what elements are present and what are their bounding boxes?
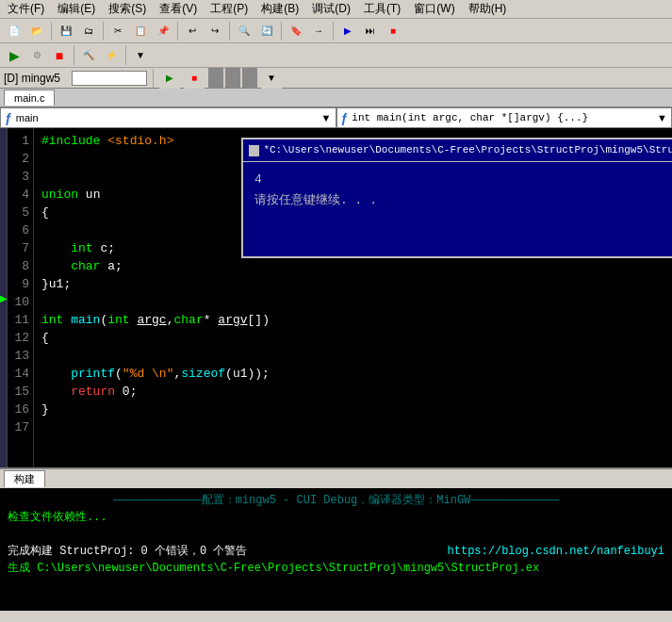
sep6 bbox=[333, 22, 334, 41]
compile-button[interactable]: ⚙ bbox=[26, 45, 47, 66]
build2-button[interactable]: 🔨 bbox=[78, 45, 99, 66]
save-all-button[interactable]: 🗂 bbox=[78, 21, 99, 41]
project-input[interactable] bbox=[72, 71, 147, 86]
project-label: [D] mingw5 bbox=[4, 72, 60, 85]
tab-bar: main.c bbox=[0, 89, 672, 107]
console-output-number: 4 bbox=[254, 170, 671, 190]
toolbar-row2: ▶ ⚙ ■ 🔨 ⚡ ▼ bbox=[0, 43, 672, 68]
paste-button[interactable]: 📌 bbox=[153, 21, 173, 41]
redo-button[interactable]: ↪ bbox=[205, 21, 225, 41]
signature-label: int main(int argc, char *[]argv) {...} bbox=[352, 112, 588, 123]
dropdown-arrow: ▼ bbox=[321, 112, 332, 123]
tab-build[interactable]: 构建 bbox=[4, 470, 45, 487]
search-button[interactable]: 🔍 bbox=[234, 21, 254, 41]
debug1-button[interactable] bbox=[208, 68, 223, 89]
debug-step-button[interactable]: ⏭ bbox=[360, 21, 381, 41]
debug-stop-button[interactable]: ■ bbox=[383, 21, 403, 41]
build-line3: 完成构建 StructProj: 0 个错误，0 个警告 bbox=[8, 543, 247, 560]
console-prompt: 请按任意键继续. . . bbox=[254, 190, 671, 211]
func-bar: ƒ main ▼ ƒ int main(int argc, char *[]ar… bbox=[0, 107, 672, 128]
build-watermark: https://blog.csdn.net/nanfeibuyi bbox=[448, 543, 664, 560]
bottom-tab-bar: 构建 bbox=[0, 469, 672, 488]
build-separator: ─────────────配置：mingw5 - CUI Debug，编译器类型… bbox=[8, 492, 664, 509]
undo-button[interactable]: ↩ bbox=[182, 21, 203, 41]
scope-label: main bbox=[16, 112, 39, 123]
menu-build[interactable]: 构建(B) bbox=[255, 0, 304, 19]
signature-dropdown[interactable]: ƒ int main(int argc, char *[]argv) {...}… bbox=[336, 107, 673, 128]
arrow-down-button[interactable]: ▼ bbox=[261, 68, 282, 89]
scope-dropdown[interactable]: ƒ main ▼ bbox=[0, 107, 336, 128]
extra1-button[interactable]: ▼ bbox=[130, 45, 151, 66]
console-title-text: *C:\Users\newuser\Documents\C-Free\Proje… bbox=[263, 141, 672, 159]
console-content: 4 请按任意键继续. . . bbox=[243, 162, 672, 256]
sep2 bbox=[103, 22, 104, 41]
stop-run-button[interactable]: ■ bbox=[49, 45, 70, 66]
cut-button[interactable]: ✂ bbox=[107, 21, 128, 41]
sep1 bbox=[51, 22, 52, 41]
code-line-13 bbox=[41, 347, 664, 365]
menu-help[interactable]: 帮助(H) bbox=[463, 0, 513, 19]
toolbar-row1: 📄 📂 💾 🗂 ✂ 📋 📌 ↩ ↪ 🔍 🔄 🔖 → ▶ ⏭ ■ bbox=[0, 19, 672, 43]
dropdown-arrow2: ▼ bbox=[657, 112, 667, 123]
code-area[interactable]: #include <stdio.h> union un { int c; cha… bbox=[34, 128, 672, 467]
code-line-17 bbox=[41, 418, 664, 436]
code-line-16: } bbox=[41, 401, 664, 418]
console-title: *C:\Users\newuser\Documents\C-Free\Proje… bbox=[243, 139, 672, 162]
bottom-panel: 构建 ─────────────配置：mingw5 - CUI Debug，编译… bbox=[0, 467, 672, 611]
project-bar: [D] mingw5 ▶ ■ ▼ bbox=[0, 68, 672, 89]
run-proj-button[interactable]: ▶ bbox=[159, 68, 180, 89]
menu-bar: 文件(F) 编辑(E) 搜索(S) 查看(V) 工程(P) 构建(B) 调试(D… bbox=[0, 0, 672, 19]
console-icon bbox=[249, 145, 259, 156]
code-line-15: return 0; bbox=[41, 383, 664, 401]
sep9 bbox=[153, 69, 154, 88]
settings-button[interactable]: ⚡ bbox=[101, 45, 122, 66]
code-line-8: char a; bbox=[41, 257, 664, 275]
code-line-11: int main(int argc,char* argv[]) bbox=[41, 311, 664, 329]
console-popup: *C:\Users\newuser\Documents\C-Free\Proje… bbox=[241, 138, 672, 258]
build-line2 bbox=[8, 526, 664, 543]
open-button[interactable]: 📂 bbox=[26, 21, 47, 41]
debug2-button[interactable] bbox=[225, 68, 240, 89]
menu-debug[interactable]: 调试(D) bbox=[306, 0, 356, 19]
code-line-14: printf("%d \n",sizeof(u1)); bbox=[41, 365, 664, 383]
stop-proj-button[interactable]: ■ bbox=[184, 68, 205, 89]
menu-edit[interactable]: 编辑(E) bbox=[52, 0, 101, 19]
editor-container: ▶ 1 2 3 4 5 6 7 8 9 10 11 12 13 14 15 16… bbox=[0, 128, 672, 467]
sep5 bbox=[281, 22, 282, 41]
bookmark-button[interactable]: 🔖 bbox=[286, 21, 306, 41]
build-line4: 生成 C:\Users\newuser\Documents\C-Free\Pro… bbox=[8, 560, 664, 577]
left-indicator: ▶ bbox=[0, 128, 8, 467]
menu-view[interactable]: 查看(V) bbox=[154, 0, 203, 19]
save-button[interactable]: 💾 bbox=[56, 21, 76, 41]
menu-search[interactable]: 搜索(S) bbox=[103, 0, 152, 19]
func-icon2: ƒ bbox=[341, 110, 349, 125]
sep3 bbox=[177, 22, 178, 41]
build-output: ─────────────配置：mingw5 - CUI Debug，编译器类型… bbox=[0, 488, 672, 611]
sep7 bbox=[74, 46, 74, 65]
replace-button[interactable]: 🔄 bbox=[256, 21, 277, 41]
goto-button[interactable]: → bbox=[308, 21, 329, 41]
menu-tools[interactable]: 工具(T) bbox=[358, 0, 406, 19]
sep8 bbox=[125, 46, 126, 65]
tab-mainc[interactable]: main.c bbox=[4, 90, 55, 106]
sep4 bbox=[229, 22, 230, 41]
menu-window[interactable]: 窗口(W) bbox=[408, 0, 460, 19]
func-icon: ƒ bbox=[5, 110, 12, 125]
debug3-button[interactable] bbox=[242, 68, 257, 89]
debug-run-button[interactable]: ▶ bbox=[337, 21, 358, 41]
code-line-10 bbox=[41, 293, 664, 311]
menu-project[interactable]: 工程(P) bbox=[205, 0, 254, 19]
code-line-9: }u1; bbox=[41, 275, 664, 293]
menu-file[interactable]: 文件(F) bbox=[2, 0, 50, 19]
copy-button[interactable]: 📋 bbox=[130, 21, 151, 41]
run-button[interactable]: ▶ bbox=[4, 45, 25, 66]
new-button[interactable]: 📄 bbox=[4, 21, 25, 41]
line-numbers: 1 2 3 4 5 6 7 8 9 10 11 12 13 14 15 16 1… bbox=[8, 128, 34, 467]
build-line1: 检查文件依赖性... bbox=[8, 509, 664, 526]
code-line-12: { bbox=[41, 329, 664, 347]
